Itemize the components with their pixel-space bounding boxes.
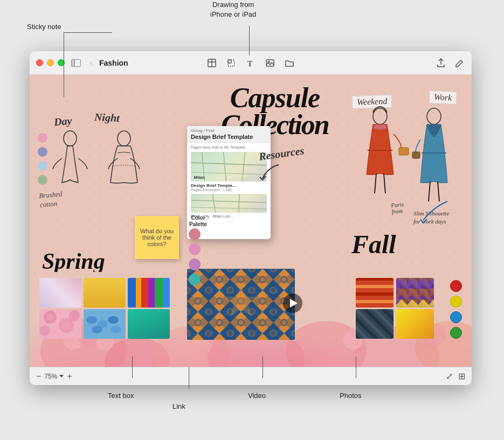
fabric-swatch-3 [128, 278, 170, 308]
fabric-swatch-4 [39, 309, 81, 339]
ann-paris-label: Parisfrom [391, 201, 405, 215]
zoom-out-button[interactable]: − [36, 372, 41, 381]
dbc-map-area: Milan [191, 152, 267, 181]
svg-rect-3 [228, 60, 231, 63]
toolbar-tools: T [206, 57, 295, 69]
right-dot-green [450, 327, 462, 339]
palette-swatch-4 [189, 274, 201, 285]
share-icon[interactable] [435, 57, 447, 69]
textbox-connector [132, 357, 133, 378]
view-options-icon[interactable]: ⊞ [458, 371, 465, 381]
svg-line-60 [375, 173, 376, 193]
svg-rect-68 [412, 152, 420, 158]
resources-arrow [257, 162, 284, 184]
svg-point-29 [39, 325, 50, 336]
svg-line-46 [191, 207, 267, 209]
zoom-level[interactable]: 75% [44, 373, 64, 380]
textbox-annotation-label: Text box [108, 392, 134, 400]
media-icon[interactable] [264, 57, 276, 69]
table-icon[interactable] [206, 57, 218, 69]
right-dot-red [450, 280, 462, 292]
svg-line-41 [191, 172, 267, 174]
edit-icon[interactable] [453, 57, 465, 69]
svg-point-28 [63, 322, 70, 329]
link-annotation-label: Link [172, 402, 185, 410]
sticky-note-annotation-label: Sticky note [27, 23, 61, 31]
svg-point-30 [69, 310, 80, 321]
svg-point-34 [92, 326, 102, 333]
dbc-header-area: Going / Find Design Brief Template [187, 126, 271, 143]
photos-connector [356, 357, 356, 378]
dbc-title-text: Design Brief Template [191, 134, 267, 140]
palette-swatch-1 [189, 228, 201, 240]
folder-icon[interactable] [284, 57, 295, 69]
palette-swatch-3 [189, 259, 201, 270]
text-icon[interactable]: T [245, 57, 257, 69]
video-annotation-label: Video [248, 392, 266, 400]
left-color-swatches [38, 133, 47, 185]
svg-line-45 [239, 194, 240, 213]
morocco-tile [187, 269, 295, 340]
zoom-in-button[interactable]: + [67, 372, 72, 381]
svg-text:Capsule: Capsule [230, 82, 320, 113]
svg-point-33 [108, 316, 119, 324]
zoom-chevron-icon [59, 375, 64, 378]
sticky-note-connector-h [64, 32, 112, 33]
link-connector [189, 367, 189, 389]
right-fabric-4 [356, 309, 393, 339]
object-icon[interactable] [225, 57, 237, 69]
drawing-connector-line [249, 26, 250, 55]
svg-text:Milan: Milan [194, 175, 205, 180]
svg-point-26 [47, 314, 53, 320]
svg-rect-6 [266, 60, 274, 66]
canvas-area[interactable]: Capsule Collection Day Night [30, 75, 472, 367]
svg-point-35 [111, 326, 121, 333]
fit-page-icon[interactable]: ⤢ [446, 371, 453, 381]
titlebar: ‹ Fashion T [30, 51, 472, 75]
drawing-annotation-label: Drawing from iPhone or iPad [210, 0, 256, 19]
sticky-note-text: What do you think of the colors? [139, 228, 175, 247]
color-palette-swatches [189, 228, 201, 285]
svg-rect-62 [399, 148, 409, 155]
bottom-toolbar-right: ⤢ ⊞ [446, 371, 465, 381]
svg-text:Fall: Fall [351, 230, 396, 257]
svg-line-43 [191, 200, 267, 202]
back-button[interactable]: ‹ [86, 58, 96, 68]
dbc-file-name: Design Brief Templa... [191, 183, 267, 188]
photos-annotation-label: Photos [340, 392, 361, 400]
spring-text: Spring [39, 245, 126, 277]
right-fabric-1 [396, 278, 434, 308]
close-button[interactable] [36, 59, 43, 66]
svg-line-40 [243, 152, 245, 181]
palette-swatch-2 [189, 243, 201, 255]
svg-line-44 [213, 194, 216, 213]
svg-line-37 [191, 163, 267, 165]
capsule-collection-title: Capsule Collection [105, 78, 445, 137]
fall-text: Fall [350, 227, 399, 263]
right-color-dots [450, 280, 462, 339]
titlebar-right-buttons [435, 57, 465, 69]
sticky-note-connector-line [64, 32, 64, 97]
svg-text:T: T [247, 60, 253, 68]
fabric-swatch-6 [128, 309, 170, 339]
right-fabric-3 [396, 309, 434, 339]
sidebar-toggle-button[interactable] [71, 59, 81, 67]
dbc-file-type: Pages Document · 1 MB [191, 188, 267, 192]
right-fabric-2 [356, 278, 393, 308]
sticky-note[interactable]: What do you think of the colors? [135, 216, 179, 259]
minimize-button[interactable] [47, 59, 54, 66]
video-play-button[interactable] [283, 294, 302, 313]
right-dot-yellow [450, 296, 462, 308]
swatch-green [38, 175, 47, 185]
document-title: Fashion [99, 59, 128, 67]
swatch-blue [38, 147, 47, 157]
svg-line-39 [224, 152, 226, 181]
swatch-pink [38, 133, 47, 143]
svg-point-31 [86, 316, 97, 324]
dbc-map2 [191, 194, 267, 213]
traffic-lights [36, 59, 65, 66]
color-palette-label: Color Palette [183, 215, 213, 228]
navigation-buttons: ‹ [86, 58, 96, 68]
svg-point-23 [64, 131, 77, 146]
swatch-lightblue [38, 161, 47, 171]
